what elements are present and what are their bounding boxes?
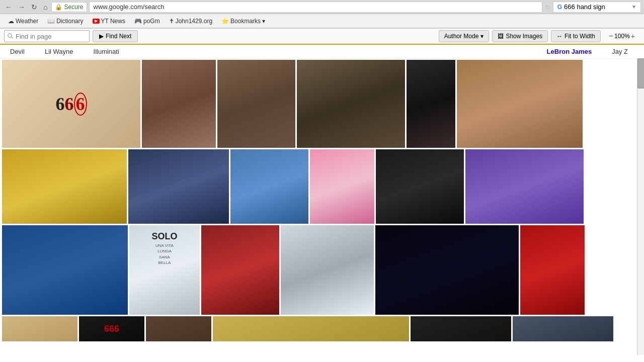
play-icon: ▶ (99, 33, 104, 40)
author-mode-arrow-icon: ▾ (480, 33, 484, 40)
image-lady-gold[interactable] (2, 149, 127, 224)
dictionary-label: Dictionary (56, 18, 83, 25)
label-devil[interactable]: Devil (6, 48, 35, 55)
pogm-label: poGm (143, 18, 160, 25)
image-666-hands[interactable]: 666 (2, 60, 140, 148)
image-young-boy[interactable] (217, 60, 295, 148)
image-grid: 666 (0, 59, 644, 344)
find-input-wrap (4, 30, 90, 42)
yt-icon: ▶ (93, 19, 100, 24)
sidebar-item-john[interactable]: ✝ John1429.org (165, 17, 216, 26)
back-button[interactable]: ← (3, 2, 14, 12)
weather-label: Weather (16, 18, 38, 25)
image-bottom-2-666[interactable]: 666 (79, 316, 144, 341)
image-bottom-3[interactable] (146, 316, 211, 341)
refresh-button[interactable]: ↻ (29, 2, 39, 12)
image-red-suit[interactable] (520, 225, 585, 315)
scroll-track (637, 58, 644, 355)
author-mode-button[interactable]: Author Mode ▾ (439, 30, 490, 42)
zoom-in-button[interactable]: + (631, 32, 635, 40)
image-bottom-5[interactable] (411, 316, 511, 341)
sidebar-item-bookmarks[interactable]: ⭐ Bookmarks ▾ (217, 17, 269, 26)
image-fat-man[interactable] (201, 225, 279, 315)
dictionary-icon: 📖 (47, 18, 55, 25)
image-eu-politician[interactable] (2, 225, 128, 315)
image-magazine[interactable]: SOLO UNA VITA LUNGA SANA BELLA (129, 225, 200, 315)
zoom-control: − 100% + (604, 30, 640, 42)
pogm-icon: 🎮 (134, 18, 142, 25)
image-bottom-1[interactable] (2, 316, 77, 341)
fit-to-width-label: Fit to Width (565, 33, 595, 40)
label-lil-wayne[interactable]: Lil Wayne (35, 48, 84, 55)
label-jay-z[interactable]: Jay Z (602, 48, 638, 55)
image-blonde[interactable] (310, 149, 374, 224)
bookmarks-arrow-icon: ▾ (262, 18, 265, 25)
secure-label: Secure (64, 4, 83, 11)
lock-icon: 🔒 (55, 4, 62, 11)
image-oprah[interactable] (142, 60, 216, 148)
svg-point-0 (8, 34, 12, 38)
image-bw-woman[interactable] (281, 225, 374, 315)
john-icon: ✝ (169, 18, 174, 25)
image-clinton[interactable] (230, 149, 308, 224)
svg-line-1 (12, 37, 13, 39)
scroll-thumb[interactable] (637, 58, 644, 88)
author-mode-label: Author Mode (444, 33, 479, 40)
image-bottom-6[interactable] (513, 316, 613, 341)
url-bar[interactable] (89, 2, 542, 13)
search-provider-icon: G (557, 4, 562, 11)
star-button[interactable]: ☆ (544, 3, 551, 11)
image-lying[interactable] (376, 149, 464, 224)
image-beatles[interactable] (297, 60, 405, 148)
secure-badge: 🔒 Secure (51, 2, 87, 12)
fit-to-width-button[interactable]: ↔ Fit to Width (551, 30, 601, 42)
zoom-value: 100% (614, 33, 630, 40)
bookmarks-label: Bookmarks (230, 18, 261, 25)
zoom-out-button[interactable]: − (609, 32, 613, 41)
find-next-button[interactable]: ▶ Find Next (93, 30, 138, 42)
image-michael-jackson[interactable] (407, 60, 455, 148)
search-bar: G ▼ (553, 2, 641, 13)
image-dark-lady[interactable] (465, 149, 584, 224)
fit-icon: ↔ (556, 33, 562, 40)
image-dancing-woman[interactable] (375, 225, 519, 315)
sidebar-item-pogm[interactable]: 🎮 poGm (130, 17, 164, 26)
image-gucci[interactable] (457, 60, 583, 148)
show-images-label: Show Images (506, 33, 542, 40)
john-label: John1429.org (176, 18, 212, 25)
home-button[interactable]: ⌂ (41, 2, 49, 12)
search-icon (8, 33, 14, 39)
search-input[interactable] (564, 3, 629, 11)
forward-button[interactable]: → (16, 2, 27, 12)
sidebar-item-weather[interactable]: ☁ Weather (4, 17, 42, 26)
find-next-label: Find Next (106, 33, 131, 40)
image-icon: 🖼 (498, 33, 504, 40)
show-images-button[interactable]: 🖼 Show Images (492, 30, 548, 42)
image-beyonce[interactable] (128, 149, 229, 224)
label-lebron-james[interactable]: LeBron James (537, 48, 602, 55)
bookmark-icon: ⭐ (221, 18, 229, 25)
weather-icon: ☁ (8, 18, 14, 25)
yt-news-label: YT News (101, 18, 125, 25)
image-bottom-4[interactable] (213, 316, 409, 341)
label-illuminati[interactable]: Illuminati (84, 48, 129, 55)
sidebar-item-dictionary[interactable]: 📖 Dictionary (43, 17, 87, 26)
sidebar-item-yt-news[interactable]: ▶ YT News (89, 17, 129, 26)
search-go-button[interactable]: ▼ (631, 4, 636, 10)
find-input[interactable] (16, 33, 86, 40)
